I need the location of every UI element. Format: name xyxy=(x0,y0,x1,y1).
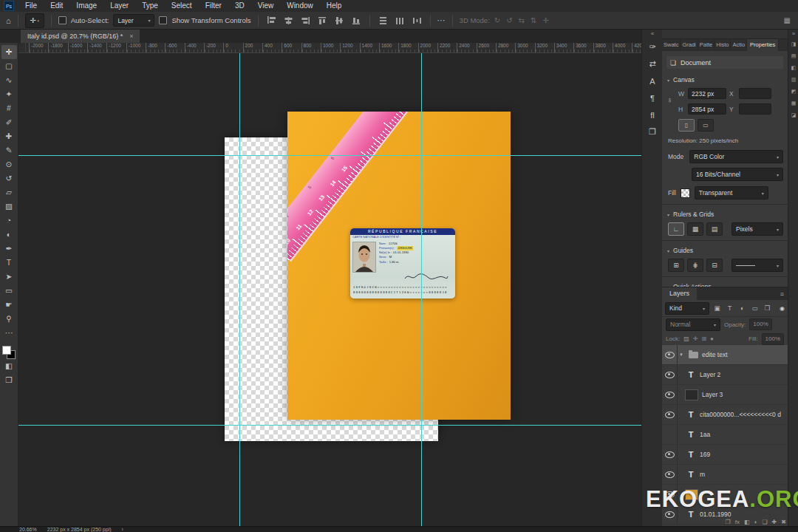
visibility-toggle[interactable] xyxy=(662,405,678,424)
pixel-filter-icon[interactable]: ▣ xyxy=(712,303,723,314)
panel-dock-icon[interactable]: ◧ xyxy=(789,62,798,74)
link-dimensions-icon[interactable]: ∞ xyxy=(666,98,673,103)
menu-item[interactable]: Layer xyxy=(103,0,135,12)
toggle-grid-button[interactable]: ▦ xyxy=(687,222,703,236)
align-center-horizontal-icon[interactable] xyxy=(282,15,295,27)
history-brush-tool[interactable]: ↺ xyxy=(1,171,17,185)
filter-kind-dropdown[interactable]: Kind ▾ xyxy=(665,302,709,315)
layer-row[interactable]: ▼ T m xyxy=(662,465,788,485)
active-tool-preset[interactable]: ✛ ▾ xyxy=(25,13,44,28)
collapse-dock-icon[interactable]: » xyxy=(792,30,795,38)
layer-mask-icon[interactable]: ◧ xyxy=(744,519,750,525)
panel-menu-icon[interactable]: ≡ xyxy=(780,290,788,298)
document-tab[interactable]: Italy id.psd @ 20.7% (RGB/16) * × xyxy=(21,30,140,43)
delete-layer-icon[interactable]: ✖ xyxy=(781,519,786,525)
panel-dock-icon[interactable]: ▦ xyxy=(789,98,798,109)
character-panel-icon[interactable]: A xyxy=(644,72,661,89)
pen-tool[interactable]: ✒ xyxy=(1,242,17,256)
toggle-snap-button[interactable]: ▤ xyxy=(706,222,723,236)
height-field[interactable]: 2854 px xyxy=(688,103,726,115)
eraser-tool[interactable]: ▱ xyxy=(1,185,17,200)
color-swatches[interactable] xyxy=(2,346,16,359)
canvas-viewport[interactable]: 456 101112131415 RÉPUBLIQUE FRANÇAISE CA… xyxy=(18,53,641,526)
workspace-switcher-icon[interactable]: ▦ xyxy=(784,16,791,24)
menu-item[interactable]: Filter xyxy=(199,0,228,12)
tab-layers[interactable]: Layers xyxy=(662,287,697,300)
distribute-horizontal-icon[interactable] xyxy=(394,15,406,27)
toggle-rulers-button[interactable]: ∟ xyxy=(668,222,684,236)
layer-row[interactable]: ▼ T edite text xyxy=(662,345,788,365)
home-icon[interactable]: ⌂ xyxy=(6,16,11,25)
horizontal-ruler[interactable]: -2000-1800-1600-1400-1200-1000-800-600-4… xyxy=(26,43,641,53)
fill-field[interactable]: 100% xyxy=(762,333,784,345)
close-icon[interactable]: × xyxy=(129,33,133,40)
shape-tool[interactable]: ▭ xyxy=(1,284,17,298)
canvas-section-header[interactable]: ▾ Canvas xyxy=(662,75,788,85)
visibility-toggle[interactable] xyxy=(662,365,678,384)
more-options-icon[interactable]: ⋯ xyxy=(437,16,446,25)
menu-item[interactable]: Edit xyxy=(44,0,69,12)
more-tools[interactable]: ⋯ xyxy=(1,326,17,340)
paragraph-panel-icon[interactable]: ¶ xyxy=(644,89,661,106)
x-field[interactable] xyxy=(739,88,771,99)
expand-dock-icon[interactable]: « xyxy=(651,30,654,38)
visibility-toggle[interactable] xyxy=(662,445,678,464)
color-mode-dropdown[interactable]: RGB Color ▾ xyxy=(689,150,783,163)
lock-pixels-icon[interactable]: ✛ xyxy=(693,335,698,342)
lock-guides-button[interactable]: ⋕ xyxy=(687,259,703,272)
rulers-grids-section-header[interactable]: ▾ Rulers & Grids xyxy=(662,209,788,219)
brush-tool[interactable]: ✎ xyxy=(1,143,17,157)
y-field[interactable] xyxy=(739,103,771,115)
adjustment-filter-icon[interactable]: ◐ xyxy=(737,303,748,314)
guide-horizontal[interactable] xyxy=(18,155,641,156)
align-left-icon[interactable] xyxy=(265,15,278,27)
panel-tab[interactable]: Swatc xyxy=(662,39,681,51)
layer-row[interactable]: ▼ T Layer 3 xyxy=(662,385,788,405)
align-right-icon[interactable] xyxy=(299,15,312,27)
shape-filter-icon[interactable]: ▭ xyxy=(749,303,760,314)
align-middle-vertical-icon[interactable] xyxy=(333,15,346,27)
menu-item[interactable]: Select xyxy=(165,0,199,12)
smart-object-filter-icon[interactable]: ❒ xyxy=(762,303,773,314)
blend-mode-dropdown[interactable]: Normal ▾ xyxy=(666,318,720,331)
menu-item[interactable]: 3D xyxy=(228,0,251,12)
quick-mask-button[interactable]: ◧ xyxy=(1,359,17,373)
screen-mode-button[interactable]: ❒ xyxy=(1,373,17,387)
panel-dock-icon[interactable]: ▥ xyxy=(789,74,798,86)
landscape-orientation-button[interactable]: ▭ xyxy=(698,119,714,132)
portrait-orientation-button[interactable]: ▯ xyxy=(678,119,695,132)
glyphs-panel-icon[interactable]: ﬂ xyxy=(644,106,661,123)
panel-tab[interactable]: Patte xyxy=(698,39,715,51)
align-top-icon[interactable] xyxy=(316,15,329,27)
dodge-tool[interactable]: ◐ xyxy=(1,228,17,242)
panel-tab[interactable]: Actio xyxy=(731,39,747,51)
visibility-toggle[interactable] xyxy=(662,345,678,364)
status-chevron-icon[interactable]: › xyxy=(122,527,123,532)
layer-row[interactable]: ▼ T 1aa xyxy=(662,425,788,445)
move-tool[interactable]: ✛ xyxy=(1,45,17,59)
lock-position-icon[interactable]: ⊞ xyxy=(701,335,706,342)
visibility-toggle[interactable] xyxy=(662,425,678,444)
width-field[interactable]: 2232 px xyxy=(688,88,726,99)
type-filter-icon[interactable]: T xyxy=(724,303,735,314)
lock-transparency-icon[interactable]: ▨ xyxy=(683,335,689,342)
layer-row[interactable]: ▼ T Layer 2 xyxy=(662,365,788,385)
menu-item[interactable]: Window xyxy=(280,0,320,12)
guides-section-header[interactable]: ▾ Guides xyxy=(662,245,788,256)
healing-brush-tool[interactable]: ✚ xyxy=(1,129,17,143)
foreground-color-swatch[interactable] xyxy=(2,346,11,355)
canvas-fill-dropdown[interactable]: Transparent ▾ xyxy=(695,186,768,200)
visibility-toggle[interactable] xyxy=(662,385,678,404)
guide-vertical[interactable] xyxy=(239,53,240,526)
guide-style-dropdown[interactable]: ▾ xyxy=(732,259,783,272)
menu-item[interactable]: File xyxy=(18,0,44,12)
quick-selection-tool[interactable]: ✦ xyxy=(1,87,17,101)
group-chevron-icon[interactable]: ▼ xyxy=(678,352,685,357)
menu-item[interactable]: Type xyxy=(135,0,165,12)
menu-item[interactable]: Image xyxy=(69,0,103,12)
lock-all-icon[interactable]: ● xyxy=(710,335,714,342)
guide-horizontal[interactable] xyxy=(18,425,641,426)
marquee-tool[interactable]: ▢ xyxy=(1,59,17,73)
panel-dock-icon[interactable]: ▤ xyxy=(789,50,798,62)
show-transform-checkbox[interactable] xyxy=(159,16,167,24)
